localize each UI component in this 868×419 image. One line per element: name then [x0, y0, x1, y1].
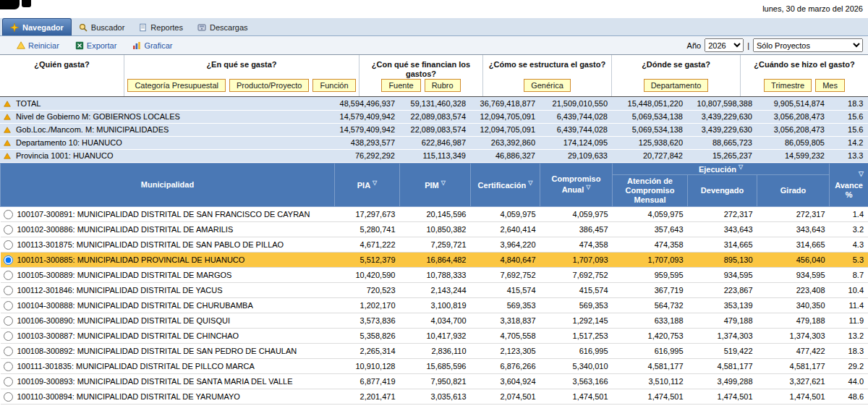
filter-button-trimestre[interactable]: Trimestre	[764, 79, 812, 92]
municipality-radio[interactable]	[4, 240, 13, 250]
cell-value: 3,573,836	[335, 313, 400, 329]
tab-buscador[interactable]: Buscador	[72, 20, 132, 35]
column-header-certificacion[interactable]: Certificación▽	[471, 163, 540, 207]
filter-button-generica[interactable]: Genérica	[524, 79, 571, 92]
municipality-row[interactable]: 100111-301835: MUNICIPALIDAD DISTRITAL D…	[1, 359, 868, 374]
filter-icon[interactable]: ▽	[832, 170, 866, 177]
column-header-avance[interactable]: ▽ Avance %	[830, 163, 868, 207]
cell-value: 1,202,170	[335, 298, 400, 313]
cell-value: 1,474,501	[757, 389, 830, 405]
filter-button-fuente[interactable]: Fuente	[381, 79, 420, 92]
graficar-button[interactable]: Graficar	[132, 41, 172, 50]
cell-value: 2,143,244	[400, 283, 471, 298]
municipality-radio[interactable]	[4, 255, 13, 265]
column-header-pia[interactable]: PIA▽	[335, 163, 400, 207]
cell-value: 2,265,314	[335, 344, 400, 359]
municipality-radio[interactable]	[4, 362, 13, 371]
exportar-button[interactable]: Exportar	[75, 41, 117, 50]
municipality-row[interactable]: 100101-300885: MUNICIPALIDAD PROVINCIAL …	[1, 253, 868, 268]
column-header-municipalidad[interactable]: Municipalidad	[1, 163, 335, 207]
summary-value: 15.6	[829, 110, 868, 123]
filter-icon[interactable]: ▽	[441, 179, 446, 186]
municipality-radio[interactable]	[4, 316, 13, 326]
tab-reportes[interactable]: Reportes	[132, 20, 190, 35]
cell-value: 1,374,303	[757, 329, 830, 344]
filter-icon[interactable]: ▽	[586, 184, 590, 190]
municipality-radio[interactable]	[4, 331, 13, 341]
cell-value: 474,358	[540, 237, 613, 253]
column-header-ejecucion[interactable]: Ejecución▽	[613, 163, 830, 174]
summary-label: Provincia 1001: HUANUCO	[16, 151, 114, 160]
municipality-radio[interactable]	[4, 210, 13, 219]
filter-button-categoria-presupuestal[interactable]: Categoría Presupuestal	[127, 79, 226, 92]
toolbar-right: Año 2026 | Sólo Proyectos	[687, 38, 863, 52]
municipality-label: 100103-300887: MUNICIPALIDAD DISTRITAL D…	[17, 331, 239, 340]
consulta-amigable-app: lunes, 30 de marzo del 2026 NavegadorBus…	[0, 0, 868, 405]
cell-value: 569,353	[540, 298, 613, 313]
filter-button-rubro[interactable]: Rubro	[425, 79, 461, 92]
expand-triangle-icon[interactable]	[4, 140, 11, 146]
filter-button-departamento[interactable]: Departamento	[644, 79, 709, 92]
cell-value: 272,317	[757, 207, 830, 222]
municipality-row[interactable]: 100104-300888: MUNICIPALIDAD DISTRITAL D…	[1, 298, 868, 313]
municipality-radio[interactable]	[4, 225, 13, 234]
municipality-row[interactable]: 100106-300890: MUNICIPALIDAD DISTRITAL D…	[1, 313, 868, 329]
column-header-atencion-compromiso-mensual[interactable]: Atención de Compromiso Mensual	[613, 174, 688, 207]
year-select[interactable]: 2026	[705, 38, 744, 52]
cell-value: 48.6	[830, 389, 868, 405]
municipality-radio[interactable]	[4, 271, 13, 280]
cell-value: 4,581,177	[688, 359, 757, 374]
municipality-row[interactable]: 100102-300886: MUNICIPALIDAD DISTRITAL D…	[1, 222, 868, 237]
municipality-radio[interactable]	[4, 377, 13, 386]
cell-value: 477,422	[757, 344, 830, 359]
scope-select[interactable]: Sólo Proyectos	[753, 38, 863, 52]
filter-button-funcion[interactable]: Función	[312, 79, 355, 92]
tab-descargas[interactable]: Descargas	[190, 20, 255, 35]
summary-value: 20,727,842	[612, 149, 687, 162]
municipality-label: 100101-300885: MUNICIPALIDAD PROVINCIAL …	[17, 255, 245, 264]
expand-triangle-icon[interactable]	[4, 153, 11, 159]
municipality-row[interactable]: 100112-301846: MUNICIPALIDAD DISTRITAL D…	[1, 283, 868, 298]
municipality-radio[interactable]	[4, 286, 13, 295]
expand-triangle-icon[interactable]	[4, 114, 11, 120]
summary-value: 21,509,010,550	[540, 97, 612, 110]
summary-value: 10,807,598,388	[687, 97, 757, 110]
tab-bar: NavegadorBuscadorReportesDescargas	[0, 18, 868, 36]
municipality-row[interactable]: 100113-301875: MUNICIPALIDAD DISTRITAL D…	[1, 237, 868, 253]
cell-value: 934,595	[688, 268, 757, 283]
municipality-radio[interactable]	[4, 392, 13, 402]
municipality-row[interactable]: 100103-300887: MUNICIPALIDAD DISTRITAL D…	[1, 329, 868, 344]
expand-triangle-icon[interactable]	[4, 127, 11, 133]
column-header-pim[interactable]: PIM▽	[400, 163, 471, 207]
filter-icon[interactable]: ▽	[528, 179, 532, 186]
column-header-girado[interactable]: Girado	[757, 174, 830, 207]
expand-triangle-icon[interactable]	[4, 101, 11, 107]
column-header-compromiso-anual[interactable]: Compromiso Anual▽	[540, 163, 613, 207]
reiniciar-button[interactable]: Reiniciar	[17, 41, 59, 50]
municipality-label: 100102-300886: MUNICIPALIDAD DISTRITAL D…	[17, 225, 234, 234]
cell-value: 5,280,741	[335, 222, 400, 237]
filter-button-producto-proyecto[interactable]: Producto/Proyecto	[229, 79, 310, 92]
municipality-row[interactable]: 100109-300893: MUNICIPALIDAD DISTRITAL D…	[1, 374, 868, 389]
tab-navegador[interactable]: Navegador	[2, 18, 72, 35]
tab-label: Buscador	[91, 23, 124, 32]
cell-value: 4,059,975	[540, 207, 613, 222]
summary-value: 622,846,987	[399, 136, 470, 149]
municipality-cell: 100113-301875: MUNICIPALIDAD DISTRITAL D…	[1, 237, 335, 253]
summary-value: 3,439,229,630	[687, 110, 757, 123]
cell-value: 7,692,752	[540, 268, 613, 283]
summary-value: 15.6	[829, 123, 868, 136]
column-header-devengado[interactable]: Devengado	[688, 174, 757, 207]
municipality-row[interactable]: 100110-300894: MUNICIPALIDAD DISTRITAL D…	[1, 389, 868, 405]
municipality-row[interactable]: 100105-300889: MUNICIPALIDAD DISTRITAL D…	[1, 268, 868, 283]
municipality-row[interactable]: 100107-300891: MUNICIPALIDAD DISTRITAL D…	[1, 207, 868, 222]
question-title: ¿En qué se gasta?	[206, 60, 276, 69]
filter-icon[interactable]: ▽	[739, 164, 743, 170]
municipality-radio[interactable]	[4, 347, 13, 356]
warning-icon	[17, 41, 25, 49]
municipality-row[interactable]: 100108-300892: MUNICIPALIDAD DISTRITAL D…	[1, 344, 868, 359]
question-title: ¿Con qué se financian los gastos?	[361, 60, 481, 79]
municipality-radio[interactable]	[4, 301, 13, 310]
filter-icon[interactable]: ▽	[373, 179, 377, 186]
filter-button-mes[interactable]: Mes	[815, 79, 845, 92]
